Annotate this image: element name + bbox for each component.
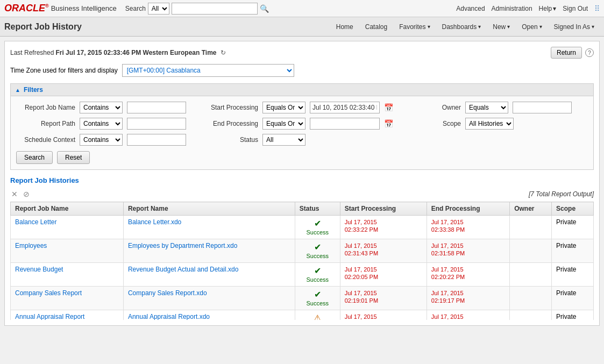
start-date-link[interactable]: Jul 17, 201502:31:43 PM xyxy=(345,242,378,256)
cell-start: Jul 17, 201502:31:43 PM xyxy=(340,239,427,263)
end-date-link[interactable]: Jul 17, 201502:31:58 PM xyxy=(431,242,465,256)
reset-button[interactable]: Reset xyxy=(57,151,90,164)
total-count: [7 Total Report Output] xyxy=(529,190,594,198)
top-navigation-bar: ORACLE® Business Intelligence Search All… xyxy=(0,0,604,17)
reportname-link[interactable]: Company Sales Report.xdo xyxy=(128,289,207,297)
advanced-link[interactable]: Advanced xyxy=(456,5,485,12)
filters-section: ▲ Filters Report Job Name Contains Start… xyxy=(10,83,594,170)
end-date-link[interactable]: Jul 17, 201502:19:17 PM xyxy=(431,290,465,304)
cell-scope: Private xyxy=(552,263,594,287)
cell-end: Jul 17, 201502:20:22 PM xyxy=(427,263,509,287)
help-link[interactable]: Help xyxy=(539,5,552,12)
bi-label: Business Intelligence xyxy=(51,4,117,12)
cell-status: ✔ Success xyxy=(295,263,340,287)
filter-reportpath-operator[interactable]: Contains xyxy=(80,118,123,130)
last-refreshed-text: Last Refreshed Fri Jul 17, 2015 02:33:46… xyxy=(10,49,226,56)
table-toolbar: ✕ ⊘ [7 Total Report Output] xyxy=(10,189,594,199)
search-scope-select[interactable]: All xyxy=(148,3,169,15)
refresh-icon[interactable]: ↻ xyxy=(221,49,226,56)
filter-owner-value[interactable] xyxy=(513,102,572,113)
nav-signed-in-as[interactable]: Signed In As xyxy=(549,21,600,33)
filter-scope-operator[interactable]: All Histories xyxy=(465,118,514,130)
delete-icon-button[interactable]: ✕ xyxy=(10,189,19,199)
start-date-link[interactable]: Jul 17, 201502:19:01 PM xyxy=(345,290,378,304)
jobname-link[interactable]: Revenue Budget xyxy=(15,266,63,273)
problem-icon: ⚠ xyxy=(300,313,336,320)
timezone-select[interactable]: [GMT+00:00] Casablanca xyxy=(122,64,294,77)
filter-reportpath-value[interactable] xyxy=(127,118,186,130)
success-icon: ✔ xyxy=(300,289,336,299)
filter-endproc-value[interactable] xyxy=(310,118,380,130)
return-button[interactable]: Return xyxy=(551,47,582,59)
jobname-link[interactable]: Company Sales Report xyxy=(15,289,82,297)
col-header-status: Status xyxy=(295,202,340,216)
filter-schedctx-operator[interactable]: Contains xyxy=(80,134,123,146)
filters-header[interactable]: ▲ Filters xyxy=(11,84,593,96)
main-navigation-menu: Home Catalog Favorites Dashboards New Op… xyxy=(331,21,600,33)
timezone-label: Time Zone used for filters and display xyxy=(10,67,118,74)
administration-link[interactable]: Administration xyxy=(492,5,532,12)
cell-end: Jul 17, 201502:31:58 PM xyxy=(427,239,509,263)
reportname-link[interactable]: Balance Letter.xdo xyxy=(128,218,181,226)
filter-owner-operator[interactable]: Equals xyxy=(465,102,508,113)
status-text: Success xyxy=(306,253,329,259)
nav-new[interactable]: New xyxy=(487,21,515,33)
status-text: Success xyxy=(306,300,329,306)
table-row: Employees Employees by Department Report… xyxy=(11,239,594,263)
calendar-end-icon[interactable]: 📅 xyxy=(384,119,393,128)
cell-jobname: Employees xyxy=(11,239,124,263)
reportname-link[interactable]: Annual Appraisal Report.xdo xyxy=(128,313,210,320)
end-date-link[interactable]: Jul 17, 201502:20:22 PM xyxy=(431,266,465,280)
second-navigation-bar: Report Job History Home Catalog Favorite… xyxy=(0,17,604,37)
table-wrapper: Report Job Name Report Name Status Start… xyxy=(10,202,594,320)
help-menu[interactable]: Help ▾ xyxy=(539,5,557,12)
jobname-link[interactable]: Balance Letter xyxy=(15,218,56,226)
nav-catalog[interactable]: Catalog xyxy=(360,21,393,33)
end-date-link[interactable]: Jul 17, 201502:33:38 PM xyxy=(431,219,465,233)
filter-label-reportpath: Report Path xyxy=(16,120,75,127)
filter-status-operator[interactable]: All xyxy=(262,134,305,146)
jobname-link[interactable]: Employees xyxy=(15,242,47,249)
search-submit-button[interactable]: 🔍 xyxy=(260,4,269,13)
calendar-start-icon[interactable]: 📅 xyxy=(384,103,393,112)
cell-jobname: Annual Appraisal Report xyxy=(11,310,124,320)
success-icon: ✔ xyxy=(300,242,336,252)
cancel-icon-button[interactable]: ⊘ xyxy=(22,189,31,199)
start-date-link[interactable]: Jul 17, 201502:33:22 PM xyxy=(345,219,378,233)
nav-favorites[interactable]: Favorites xyxy=(394,21,435,33)
timezone-row: Time Zone used for filters and display [… xyxy=(10,64,594,77)
filter-schedctx-value[interactable] xyxy=(127,134,186,146)
search-label: Search xyxy=(125,5,146,12)
filter-startproc-value[interactable] xyxy=(310,102,380,113)
cell-reportname: Balance Letter.xdo xyxy=(123,216,295,239)
cell-start: Jul 17, 201502:20:05 PM xyxy=(340,263,427,287)
search-input[interactable] xyxy=(172,3,258,15)
reportname-link[interactable]: Revenue Budget Actual and Detail.xdo xyxy=(128,266,238,273)
reportname-link[interactable]: Employees by Department Report.xdo xyxy=(128,242,237,249)
nav-dashboards[interactable]: Dashboards xyxy=(437,21,487,33)
cell-scope: Private xyxy=(552,216,594,239)
filter-jobname-value[interactable] xyxy=(127,102,186,113)
help-arrow-icon: ▾ xyxy=(553,5,556,12)
cell-owner xyxy=(510,216,552,239)
cell-scope: Private xyxy=(552,287,594,310)
nav-open[interactable]: Open xyxy=(516,21,547,33)
oracle-logo: ORACLE® xyxy=(4,3,49,14)
help-circle-icon[interactable]: ? xyxy=(585,48,594,57)
filter-jobname-operator[interactable]: Contains xyxy=(80,102,123,113)
cell-reportname: Employees by Department Report.xdo xyxy=(123,239,295,263)
end-date-link[interactable]: Jul 17, 201502:18:18 PM xyxy=(431,313,465,320)
start-date-link[interactable]: Jul 17, 201502:20:05 PM xyxy=(345,266,378,280)
start-date-link[interactable]: Jul 17, 201502:18:05 PM xyxy=(345,313,378,320)
report-histories-table: Report Job Name Report Name Status Start… xyxy=(10,202,594,320)
col-header-startproc: Start Processing xyxy=(340,202,427,216)
jobname-link[interactable]: Annual Appraisal Report xyxy=(15,313,84,320)
search-button[interactable]: Search xyxy=(16,151,53,164)
signout-link[interactable]: Sign Out xyxy=(563,5,588,12)
top-nav-links: Advanced Administration Help ▾ Sign Out … xyxy=(456,4,600,13)
cell-status: ✔ Success xyxy=(295,216,340,239)
nav-home[interactable]: Home xyxy=(331,21,359,33)
filter-startproc-operator[interactable]: Equals Or xyxy=(262,102,305,113)
cell-start: Jul 17, 201502:33:22 PM xyxy=(340,216,427,239)
filter-endproc-operator[interactable]: Equals Or xyxy=(262,118,305,130)
